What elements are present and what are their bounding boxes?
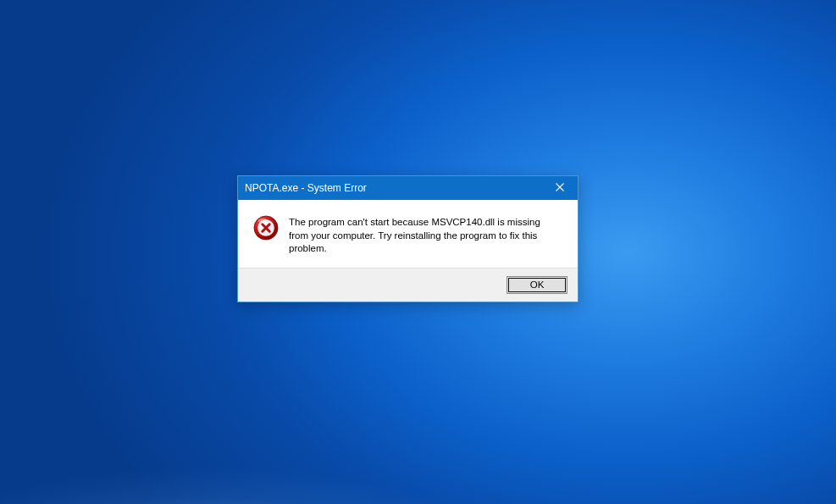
close-button[interactable] <box>542 176 578 200</box>
error-message: The program can't start because MSVCP140… <box>289 215 562 256</box>
ok-button[interactable]: OK <box>507 276 567 294</box>
dialog-title: NPOTA.exe - System Error <box>245 182 367 194</box>
svg-point-6 <box>258 219 268 224</box>
dialog-content: The program can't start because MSVCP140… <box>238 200 578 268</box>
desktop-glow <box>0 402 836 504</box>
close-icon <box>556 182 564 194</box>
dialog-button-row: OK <box>238 268 578 302</box>
error-dialog: NPOTA.exe - System Error <box>237 175 579 302</box>
dialog-titlebar[interactable]: NPOTA.exe - System Error <box>238 176 578 200</box>
error-icon <box>253 215 279 241</box>
